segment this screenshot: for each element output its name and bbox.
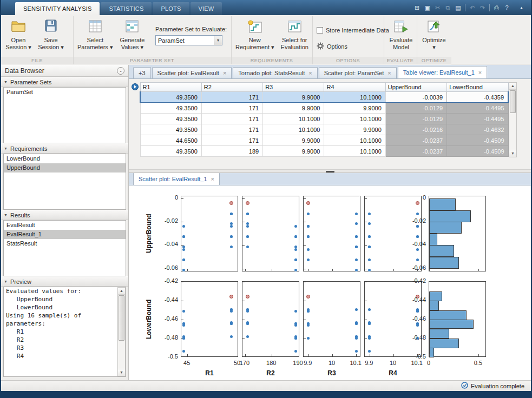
scatter-subplot-upperbound-r1[interactable] — [181, 196, 238, 271]
table-cell[interactable]: -0.4509 — [447, 135, 508, 146]
column-header-r1[interactable]: R1 — [140, 83, 201, 92]
open-session-button[interactable]: OpenSession ▾ — [4, 18, 33, 52]
table-cell[interactable]: 10.1000 — [324, 146, 385, 157]
list-item-evalresult[interactable]: EvalResult — [4, 221, 126, 230]
column-header-r3[interactable]: R3 — [263, 83, 324, 92]
generate-values-button[interactable]: GenerateValues ▾ — [117, 18, 147, 52]
table-cell[interactable]: -0.4359 — [447, 92, 508, 103]
document-tab-scatter-plot-paramset[interactable]: Scatter plot: ParamSet× — [319, 67, 397, 78]
help-icon[interactable]: ? — [502, 2, 512, 13]
save-quick-icon[interactable]: ▣ — [422, 2, 432, 13]
column-header-r2[interactable]: R2 — [201, 83, 262, 92]
scroll-thumb[interactable] — [119, 295, 124, 341]
list-item-lowerbound[interactable]: LowerBound — [4, 154, 126, 163]
copy-icon[interactable]: ⧉ — [443, 2, 453, 13]
histogram-lowerbound[interactable] — [429, 281, 486, 357]
toolstrip-tab-view[interactable]: VIEW — [191, 2, 222, 15]
undo-icon[interactable]: ↶ — [467, 2, 477, 13]
scroll-up-icon[interactable]: ▲ — [509, 83, 516, 90]
table-cell[interactable]: -0.0216 — [385, 124, 446, 135]
scatter-subplot-upperbound-r4[interactable] — [364, 196, 422, 271]
scroll-down-icon[interactable]: ▼ — [118, 369, 125, 376]
table-cell[interactable]: -0.0129 — [385, 114, 446, 124]
new-window-icon[interactable]: ⊞ — [412, 2, 422, 13]
store-intermediate-data-option[interactable]: Store Intermediate Data — [317, 27, 389, 34]
document-tab-table-viewer-evalresult-1[interactable]: Table viewer: EvalResult_1× — [398, 66, 488, 78]
document-tab-tornado-plot-statsresult[interactable]: Tornado plot: StatsResult× — [233, 67, 317, 78]
evaluate-model-button[interactable]: EvaluateModel — [386, 18, 416, 52]
table-cell[interactable]: -0.4495 — [447, 114, 508, 124]
collapse-databrowser-icon[interactable]: ⌄ — [117, 67, 124, 75]
save-session-button[interactable]: SaveSession ▾ — [36, 18, 65, 52]
options-button[interactable]: Options — [317, 42, 347, 51]
scatter-subplot-lowerbound-r2[interactable] — [242, 281, 299, 357]
scroll-down-icon[interactable]: ▼ — [509, 150, 516, 157]
scroll-up-icon[interactable]: ▲ — [118, 288, 125, 295]
preview-scrollbar[interactable]: ▲▼ — [117, 287, 126, 376]
scatter-subplot-upperbound-r2[interactable] — [242, 196, 299, 271]
table-cell[interactable]: -0.0039 — [385, 92, 446, 103]
scatter-subplot-lowerbound-r1[interactable] — [181, 281, 238, 357]
table-cell[interactable]: -0.4509 — [447, 146, 508, 157]
scroll-thumb[interactable] — [510, 90, 516, 113]
table-cell[interactable]: 171 — [201, 103, 262, 114]
section-header-parameter-sets[interactable]: ▼Parameter Sets — [1, 77, 128, 87]
list-item-evalresult-1[interactable]: EvalResult_1 — [4, 230, 126, 239]
table-cell[interactable]: 9.9000 — [263, 135, 324, 146]
table-cell[interactable]: 9.9000 — [263, 146, 324, 157]
close-tab-icon[interactable]: × — [211, 176, 214, 182]
close-tab-icon[interactable]: × — [223, 70, 226, 76]
table-cell[interactable]: -0.0129 — [385, 103, 446, 114]
column-header-upperbound[interactable]: UpperBound — [385, 83, 446, 92]
new-requirement-button[interactable]: NewRequirement ▾ — [234, 18, 276, 52]
parameter-set-dropdown[interactable]: ParamSet▾ — [155, 35, 222, 45]
toolstrip-tab-sensitivity-analysis[interactable]: SENSITIVITY ANALYSIS — [15, 2, 100, 15]
table-row[interactable]: 49.35001899.900010.1000-0.0237-0.4509 — [140, 146, 508, 157]
table-cell[interactable]: 49.3500 — [140, 124, 201, 135]
table-row[interactable]: 49.35001719.90009.9000-0.0129-0.4495 — [140, 103, 508, 114]
table-cell[interactable]: -0.0237 — [385, 135, 446, 146]
checkbox-icon[interactable] — [317, 27, 323, 34]
scatter-subplot-lowerbound-r3[interactable] — [303, 281, 360, 357]
section-header-preview[interactable]: ▼Preview — [1, 276, 128, 287]
table-cell[interactable]: 171 — [201, 124, 262, 135]
table-cell[interactable]: 10.1000 — [324, 114, 385, 124]
table-cell[interactable]: 171 — [201, 135, 262, 146]
paste-icon[interactable]: ▤ — [453, 2, 463, 13]
table-cell[interactable]: 49.3500 — [140, 114, 201, 124]
select-for-evaluation-button[interactable]: Select forEvaluation — [279, 18, 310, 52]
document-tab-scatter-plot-evalresult[interactable]: Scatter plot: EvalResult× — [152, 67, 232, 78]
table-cell[interactable]: 9.9000 — [263, 92, 324, 103]
list-item-statsresult[interactable]: StatsResult — [4, 239, 126, 248]
table-cell[interactable]: 10.1000 — [324, 135, 385, 146]
table-row[interactable]: 49.35001719.900010.1000-0.0039-0.4359 — [140, 92, 508, 103]
list-item-paramset[interactable]: ParamSet — [4, 88, 126, 97]
table-row[interactable]: 44.65001719.900010.1000-0.0237-0.4509 — [140, 135, 508, 146]
horizontal-splitter[interactable] — [129, 169, 531, 173]
table-cell[interactable]: 9.9000 — [324, 124, 385, 135]
table-row[interactable]: 49.350017110.10009.9000-0.0216-0.4632 — [140, 124, 508, 135]
close-tab-icon[interactable]: × — [478, 70, 482, 76]
table-cell[interactable]: -0.4495 — [447, 103, 508, 114]
table-cell[interactable]: 49.3500 — [140, 146, 201, 157]
toolstrip-tab-plots[interactable]: PLOTS — [153, 2, 189, 15]
table-cell[interactable]: -0.0237 — [385, 146, 446, 157]
section-header-requirements[interactable]: ▼Requirements — [1, 143, 128, 154]
table-cell[interactable]: 49.3500 — [140, 103, 201, 114]
table-cell[interactable]: 44.6500 — [140, 135, 201, 146]
cut-icon[interactable]: ✂ — [432, 2, 443, 13]
redo-icon[interactable]: ↷ — [477, 2, 488, 13]
table-cell[interactable]: 10.1000 — [263, 124, 324, 135]
table-cell[interactable]: 171 — [201, 114, 262, 124]
table-cell[interactable]: 10.1000 — [263, 114, 324, 124]
table-cell[interactable]: 49.3500 — [140, 92, 201, 103]
select-parameters-button[interactable]: SelectParameters ▾ — [76, 18, 114, 52]
close-tab-icon[interactable]: × — [308, 70, 312, 76]
table-cell[interactable]: 9.9000 — [263, 103, 324, 114]
optimize-button[interactable]: Optimize▾ — [419, 18, 449, 52]
histogram-upperbound[interactable] — [429, 196, 486, 271]
toolstrip-tab-statistics[interactable]: STATISTICS — [101, 2, 152, 15]
table-cell[interactable]: 9.9000 — [324, 103, 385, 114]
table-scrollbar[interactable]: ▲▼ — [509, 82, 517, 157]
document-tab-3[interactable]: +3 — [133, 67, 151, 78]
